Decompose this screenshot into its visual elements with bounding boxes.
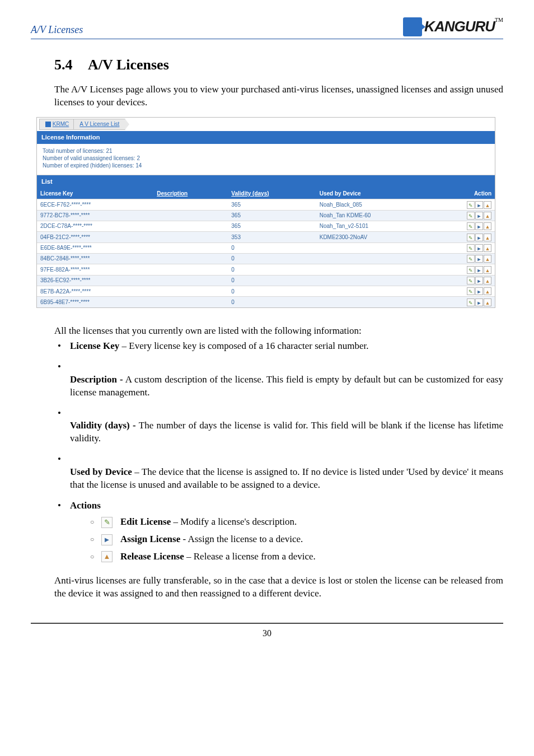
logo-mark-icon: [403, 17, 422, 36]
release-icon[interactable]: [484, 287, 491, 295]
cell-used: [316, 264, 432, 275]
table-row[interactable]: 2DCE-C78A-****-****365Noah_Tan_v2-5101: [37, 221, 495, 231]
cell-actions: [432, 286, 495, 297]
cell-used: KDME2300-2NoAV: [316, 232, 432, 242]
table-row[interactable]: 04FB-21C2-****-****353KDME2300-2NoAV: [37, 232, 495, 242]
assign-icon[interactable]: [475, 201, 483, 209]
cell-desc: [153, 254, 228, 264]
sub-edit-license: ○ ✎ Edit License – Modify a license's de…: [90, 516, 503, 529]
assign-icon[interactable]: [475, 266, 483, 274]
edit-icon[interactable]: [467, 212, 475, 220]
cell-desc: [153, 210, 228, 221]
assign-icon[interactable]: [475, 244, 483, 252]
table-row[interactable]: 3B26-EC92-****-****0: [37, 275, 495, 286]
cell-desc: [153, 242, 228, 253]
section-title-text: A/V Licenses: [88, 57, 169, 73]
breadcrumb-home-label: KRMC: [53, 120, 69, 128]
cell-validity: 0: [228, 297, 316, 307]
cell-desc: [153, 286, 228, 297]
edit-icon[interactable]: [467, 298, 475, 306]
col-key[interactable]: License Key: [37, 188, 153, 199]
cell-key: 9772-BC78-****-****: [37, 210, 153, 221]
cell-key: 84BC-2848-****-****: [37, 254, 153, 264]
cell-actions: [432, 232, 495, 242]
cell-used: [316, 254, 432, 264]
edit-icon[interactable]: [467, 277, 475, 284]
cell-key: 04FB-21C2-****-****: [37, 232, 153, 242]
release-icon[interactable]: [484, 201, 491, 209]
col-validity[interactable]: Validity (days): [228, 188, 316, 199]
bullet-validity: Validity (days) - The number of days the…: [54, 407, 503, 446]
license-info-body: Total number of licenses: 21 Number of v…: [37, 144, 495, 175]
section-number: 5.4: [54, 55, 85, 74]
brand-logo: KANGURU TM: [403, 17, 503, 36]
total-licenses-line: Total number of licenses: 21: [43, 147, 489, 155]
assign-icon[interactable]: [475, 287, 483, 295]
assign-icon[interactable]: [475, 255, 483, 263]
unassigned-licenses-line: Number of valid unassigned licenses: 2: [43, 155, 489, 162]
release-icon[interactable]: [484, 277, 491, 284]
release-icon[interactable]: [484, 255, 491, 263]
table-row[interactable]: 9772-BC78-****-****365Noah_Tan KDME-60: [37, 210, 495, 221]
screenshot-panel: KRMC A V License List License Informatio…: [36, 117, 495, 308]
bullet-description: Description - A custom description of th…: [54, 361, 503, 399]
col-desc[interactable]: Description: [153, 188, 228, 199]
cell-used: Noah_Tan KDME-60: [316, 210, 432, 221]
col-used[interactable]: Used by Device: [316, 188, 432, 199]
table-row[interactable]: 84BC-2848-****-****0: [37, 254, 495, 264]
table-row[interactable]: 6ECE-F762-****-****365Noah_Black_085: [37, 199, 495, 210]
table-row[interactable]: E6DE-8A9E-****-****0: [37, 242, 495, 253]
cell-validity: 353: [228, 232, 316, 242]
edit-icon[interactable]: [467, 201, 475, 209]
release-icon[interactable]: [484, 222, 491, 230]
breadcrumb-home[interactable]: KRMC: [39, 119, 75, 130]
cell-key: 6B95-48E7-****-****: [37, 297, 153, 307]
cell-key: 8E7B-A22A-****-****: [37, 286, 153, 297]
list-header: List: [37, 175, 495, 188]
breadcrumb-current[interactable]: A V License List: [73, 119, 125, 130]
cell-used: Noah_Tan_v2-5101: [316, 221, 432, 231]
table-row[interactable]: 97FE-882A-****-****0: [37, 264, 495, 275]
page-number: 30: [263, 628, 271, 638]
cell-validity: 0: [228, 242, 316, 253]
assign-icon[interactable]: [475, 277, 483, 284]
assign-icon[interactable]: [475, 222, 483, 230]
cell-used: Noah_Black_085: [316, 199, 432, 210]
edit-icon[interactable]: [467, 255, 475, 263]
edit-icon[interactable]: [467, 234, 475, 241]
cell-key: 3B26-EC92-****-****: [37, 275, 153, 286]
cell-validity: 365: [228, 199, 316, 210]
release-icon: ▲: [101, 551, 113, 562]
release-icon[interactable]: [484, 266, 491, 274]
edit-icon[interactable]: [467, 287, 475, 295]
cell-key: 2DCE-C78A-****-****: [37, 221, 153, 231]
cell-actions: [432, 221, 495, 231]
edit-icon: ✎: [101, 517, 113, 528]
section-heading: 5.4 A/V Licenses: [54, 55, 503, 74]
cell-actions: [432, 242, 495, 253]
license-table: License Key Description Validity (days) …: [37, 188, 495, 307]
edit-icon[interactable]: [467, 222, 475, 230]
table-row[interactable]: 8E7B-A22A-****-****0: [37, 286, 495, 297]
bullet-actions: Actions ○ ✎ Edit License – Modify a lice…: [54, 500, 503, 563]
sub-assign-license: ○ ► Assign License - Assign the license …: [90, 533, 503, 546]
cell-desc: [153, 264, 228, 275]
cell-used: [316, 286, 432, 297]
release-icon[interactable]: [484, 244, 491, 252]
page-footer: 30: [31, 623, 503, 640]
assign-icon[interactable]: [475, 234, 483, 241]
col-action: Action: [432, 188, 495, 199]
assign-icon[interactable]: [475, 212, 483, 220]
assign-icon[interactable]: [475, 298, 483, 306]
release-icon[interactable]: [484, 234, 491, 241]
release-icon[interactable]: [484, 298, 491, 306]
breadcrumb: KRMC A V License List: [37, 118, 495, 131]
cell-desc: [153, 232, 228, 242]
release-icon[interactable]: [484, 212, 491, 220]
table-row[interactable]: 6B95-48E7-****-****0: [37, 297, 495, 307]
edit-icon[interactable]: [467, 244, 475, 252]
edit-icon[interactable]: [467, 266, 475, 274]
cell-actions: [432, 254, 495, 264]
cell-validity: 0: [228, 254, 316, 264]
bullet-used-by-device: Used by Device – The device that the lic…: [54, 453, 503, 492]
